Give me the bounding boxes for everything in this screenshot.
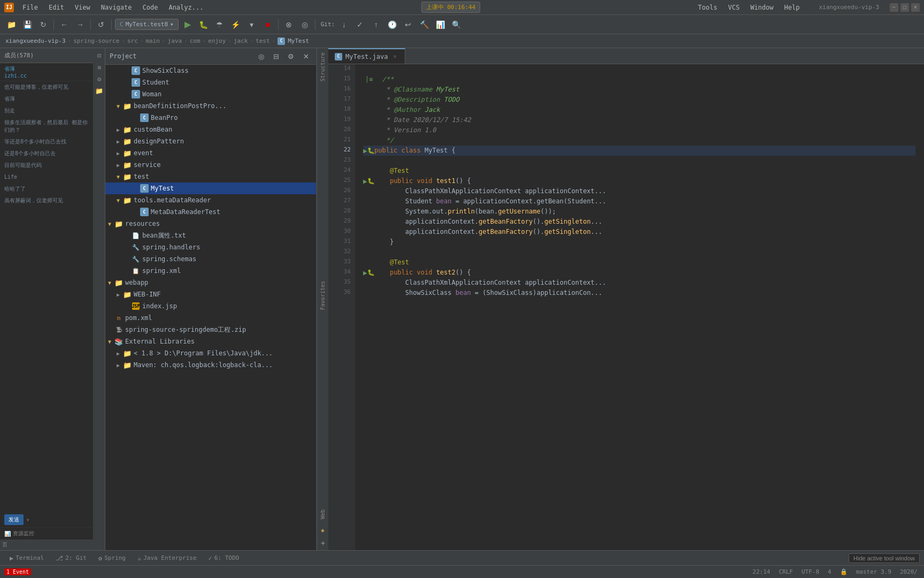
breadcrumb-com[interactable]: com	[190, 37, 201, 44]
indent-status[interactable]: 4	[826, 568, 834, 575]
git-tab[interactable]: ⎇ 2: Git	[50, 552, 92, 564]
menu-file[interactable]: File	[20, 3, 40, 12]
event-badge[interactable]: 1 Event	[4, 568, 31, 575]
coverage-button[interactable]: ☂	[213, 18, 227, 32]
breadcrumb-src[interactable]: src	[127, 37, 138, 44]
dropdown-icon[interactable]: ▾	[26, 515, 30, 524]
todo-tab[interactable]: ✓ 6: TODO	[203, 552, 245, 564]
favorites-tab[interactable]: Favorites	[318, 277, 328, 314]
maximize-button[interactable]: □	[900, 3, 909, 12]
more-run-button[interactable]: ▾	[245, 18, 259, 32]
terminal-tab[interactable]: ▶ Terminal	[4, 552, 49, 564]
tree-item-designpattern[interactable]: ▶ 📁 designPattern	[105, 135, 316, 147]
tree-item-event[interactable]: ▶ 📁 event	[105, 147, 316, 159]
menu-analyze[interactable]: Analyz...	[166, 3, 205, 12]
social-link[interactable]: 省薄	[4, 65, 89, 73]
git-rollback-button[interactable]: ↩	[401, 18, 415, 32]
tree-item-springhandlers[interactable]: 🔧 spring.handlers	[105, 241, 316, 253]
menu-edit[interactable]: Edit	[47, 3, 66, 12]
debug-button[interactable]: 🐛	[197, 18, 211, 32]
tree-item-woman[interactable]: C Woman	[105, 88, 316, 100]
tree-item-indexjsp[interactable]: JSP index.jsp	[105, 300, 316, 312]
tree-item-pomxml[interactable]: m pom.xml	[105, 312, 316, 324]
debug-gutter-22[interactable]: 🐛	[367, 146, 375, 156]
tree-item-logback[interactable]: ▶ 📁 Maven: ch.qos.logback:logback-cla...	[105, 359, 316, 371]
tree-item-zip[interactable]: 🗜 spring-source-springdemo工程.zip	[105, 324, 316, 336]
debug-gutter-34[interactable]: 🐛	[367, 268, 375, 278]
line-separator[interactable]: CRLF	[776, 568, 795, 575]
menu-view[interactable]: View	[73, 3, 93, 12]
left-icon-3[interactable]: ⚙	[94, 74, 105, 85]
tree-item-mytest[interactable]: C MyTest	[105, 182, 316, 194]
git-push-button[interactable]: ↑	[369, 18, 383, 32]
git-update-button[interactable]: ↓	[337, 18, 351, 32]
back-button[interactable]: ←	[57, 18, 71, 32]
project-close-button[interactable]: ✕	[300, 50, 312, 62]
project-collapse-button[interactable]: ⊟	[270, 50, 282, 62]
tree-item-extlibs[interactable]: ▼ 📚 External Libraries	[105, 336, 316, 347]
hide-window-button[interactable]: Hide active tool window	[849, 553, 920, 563]
tree-item-test[interactable]: ▼ 📁 test	[105, 171, 316, 182]
profile-button[interactable]: ⚡	[229, 18, 243, 32]
code-content[interactable]: |≡ /** * @Classname MyTest * @Descriptio…	[355, 64, 924, 550]
tree-item-webapp[interactable]: ▼ 📁 webapp	[105, 277, 316, 288]
project-locate-button[interactable]: ◎	[255, 50, 267, 62]
breadcrumb-module[interactable]: spring-source	[73, 37, 119, 44]
run-gutter-25[interactable]: ▶	[363, 176, 367, 186]
sync-button[interactable]: ↻	[36, 18, 50, 32]
tree-item-metadata[interactable]: ▼ 📁 tools.metaDataReader	[105, 194, 316, 206]
encoding-status[interactable]: UTF-8	[799, 568, 821, 575]
caret-position[interactable]: 22:14	[750, 568, 772, 575]
tab-mytest[interactable]: C MyTest.java ×	[328, 48, 405, 64]
git-history-button[interactable]: 🕐	[385, 18, 399, 32]
fold-icon-15[interactable]: |≡	[365, 74, 373, 85]
menu-navigate[interactable]: Navigate	[99, 3, 134, 12]
social-link-2[interactable]: izhi.cc	[4, 73, 89, 79]
star-icon[interactable]: ★	[319, 523, 326, 536]
tree-item-webinf[interactable]: ▶ 📁 WEB-INF	[105, 288, 316, 300]
git-check-button[interactable]: ✓	[353, 18, 367, 32]
build-button[interactable]: 🔨	[417, 18, 431, 32]
save-button[interactable]: 💾	[20, 18, 34, 32]
menu-tools[interactable]: Tools	[696, 3, 719, 12]
add-icon[interactable]: ＋	[318, 536, 328, 550]
project-settings-button[interactable]: ⚙	[285, 50, 297, 62]
run-gutter-22[interactable]: ▶	[363, 146, 367, 156]
menu-code[interactable]: Code	[141, 3, 160, 12]
breadcrumb-project[interactable]: xiangxueedu-vip-3	[5, 37, 66, 44]
breakpoints-button[interactable]: ⊗	[282, 18, 296, 32]
git-branch-status[interactable]: master 3.9	[854, 568, 894, 575]
stop-button[interactable]: ■	[261, 18, 275, 32]
menu-help[interactable]: Help	[782, 3, 802, 12]
tree-item-beanpro[interactable]: C BeanPro	[105, 112, 316, 124]
tree-item-metadatatest[interactable]: C MetaDataReaderTest	[105, 206, 316, 218]
web-tab[interactable]: Web	[318, 505, 328, 523]
close-button[interactable]: ×	[911, 3, 920, 12]
run-gutter-34[interactable]: ▶	[363, 268, 367, 278]
open-folder-button[interactable]: 📁	[4, 18, 18, 32]
java-enterprise-tab[interactable]: ☕ Java Enterprise	[132, 552, 202, 564]
menu-vcs[interactable]: VCS	[726, 3, 742, 12]
structure-tab[interactable]: Structure	[318, 48, 328, 86]
tree-item-custombean[interactable]: ▶ 📁 customBean	[105, 124, 316, 135]
mute-breakpoints-button[interactable]: ◎	[298, 18, 312, 32]
tree-item-resources[interactable]: ▼ 📁 resources	[105, 218, 316, 230]
tab-close-mytest[interactable]: ×	[391, 53, 398, 60]
spring-tab[interactable]: ✿ Spring	[93, 552, 131, 564]
tree-item-jdk[interactable]: ▶ 📁 < 1.8 > D:\Program Files\Java\jdk...	[105, 347, 316, 359]
tree-item-service[interactable]: ▶ 📁 service	[105, 159, 316, 171]
breadcrumb-mytest[interactable]: MyTest	[288, 37, 309, 44]
left-icon-folder[interactable]: 📁	[94, 86, 105, 96]
minimize-button[interactable]: −	[890, 3, 898, 12]
run-button[interactable]: ▶	[181, 18, 195, 32]
breadcrumb-java[interactable]: java	[168, 37, 182, 44]
breadcrumb-test[interactable]: test	[256, 37, 270, 44]
tree-item-beanattr[interactable]: 📄 bean属性.txt	[105, 230, 316, 241]
breadcrumb-jack[interactable]: jack	[234, 37, 248, 44]
left-icon-1[interactable]: ⊡	[94, 50, 105, 61]
forward-button[interactable]: →	[73, 18, 87, 32]
revert-button[interactable]: ↺	[94, 18, 108, 32]
run-config-selector[interactable]: C MyTest.test8 ▾	[115, 19, 179, 30]
search-everywhere-button[interactable]: 🔍	[449, 18, 463, 32]
left-icon-2[interactable]: ≡	[94, 62, 105, 73]
